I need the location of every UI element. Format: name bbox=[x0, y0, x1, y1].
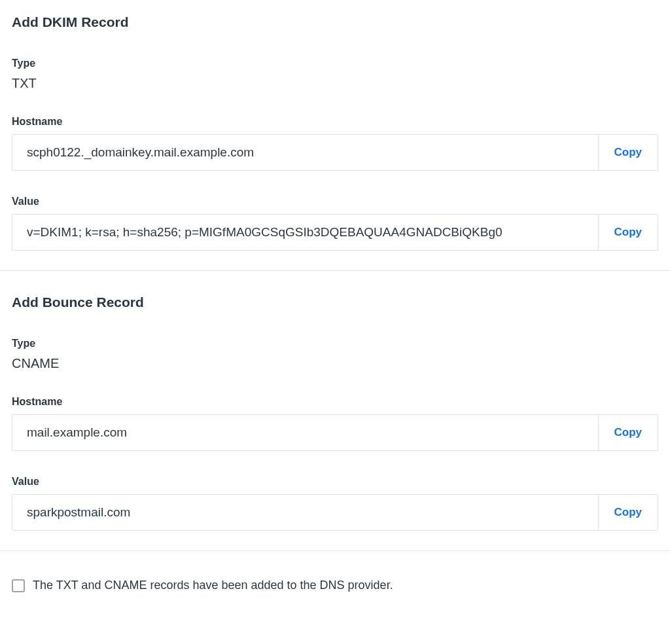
bounce-value-copy-button[interactable]: Copy bbox=[598, 495, 658, 530]
confirm-checkbox[interactable] bbox=[12, 579, 25, 592]
confirm-row: The TXT and CNAME records have been adde… bbox=[12, 575, 658, 592]
confirm-divider bbox=[0, 550, 670, 551]
bounce-value-field: Value Copy bbox=[12, 476, 658, 531]
confirm-label[interactable]: The TXT and CNAME records have been adde… bbox=[33, 579, 393, 592]
dkim-hostname-field: Hostname Copy bbox=[12, 116, 658, 171]
bounce-value-label: Value bbox=[12, 476, 658, 488]
bounce-section: Add Bounce Record Type CNAME Hostname Co… bbox=[12, 295, 658, 550]
dkim-value-field: Value Copy bbox=[12, 196, 658, 251]
dkim-value-row: Copy bbox=[12, 214, 658, 251]
bounce-type-value: CNAME bbox=[12, 356, 59, 370]
dkim-section: Add DKIM Record Type TXT Hostname Copy V… bbox=[12, 14, 658, 270]
dkim-hostname-input[interactable] bbox=[12, 135, 598, 170]
bounce-title: Add Bounce Record bbox=[12, 295, 658, 310]
dkim-hostname-row: Copy bbox=[12, 134, 658, 171]
dkim-value-copy-button[interactable]: Copy bbox=[598, 215, 658, 250]
dkim-type-value: TXT bbox=[12, 76, 37, 90]
dkim-type-field: Type TXT bbox=[12, 58, 658, 91]
bounce-hostname-label: Hostname bbox=[12, 396, 658, 408]
bounce-hostname-copy-button[interactable]: Copy bbox=[598, 415, 658, 450]
section-divider bbox=[0, 270, 670, 271]
dkim-type-label: Type bbox=[12, 58, 658, 69]
bounce-value-row: Copy bbox=[12, 494, 658, 531]
dkim-value-input[interactable] bbox=[12, 215, 598, 250]
bounce-hostname-row: Copy bbox=[12, 414, 658, 451]
bounce-type-label: Type bbox=[12, 338, 658, 349]
bounce-hostname-field: Hostname Copy bbox=[12, 396, 658, 451]
bounce-type-field: Type CNAME bbox=[12, 338, 658, 371]
dkim-hostname-label: Hostname bbox=[12, 116, 658, 128]
dkim-hostname-copy-button[interactable]: Copy bbox=[598, 135, 658, 170]
dkim-title: Add DKIM Record bbox=[12, 14, 658, 30]
bounce-hostname-input[interactable] bbox=[12, 415, 598, 450]
bounce-value-input[interactable] bbox=[12, 495, 598, 530]
dkim-value-label: Value bbox=[12, 196, 658, 207]
